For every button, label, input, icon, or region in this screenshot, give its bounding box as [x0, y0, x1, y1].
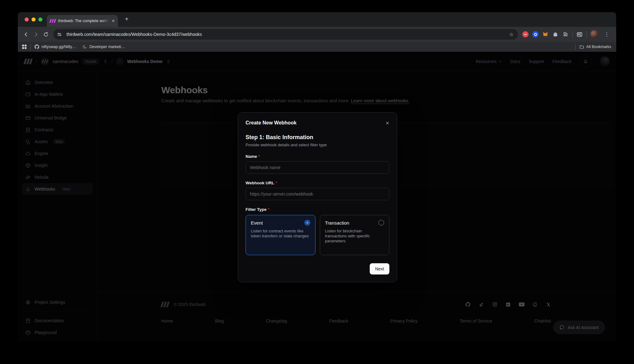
toolbar-divider	[572, 31, 573, 37]
close-window-button[interactable]	[25, 17, 29, 22]
extension-red-icon[interactable]	[522, 31, 529, 37]
filter-option-transaction[interactable]: Transaction Listen for blockchain transa…	[320, 215, 390, 255]
bookmarks-bar: niftyswap.gg/Nifty… Developer marketi… A…	[18, 42, 616, 52]
all-bookmarks-button[interactable]: All Bookmarks	[579, 45, 611, 49]
browser-toolbar: thirdweb.com/team/saminacodes/Webhooks-D…	[18, 27, 616, 42]
radio-unselected-icon[interactable]	[378, 220, 384, 226]
radio-selected-icon[interactable]	[305, 220, 310, 226]
filter-type-options: Event Listen for contract events like to…	[246, 215, 389, 255]
screen-background: thirdweb: The complete web3 ✕ + thirdweb…	[0, 0, 634, 364]
github-icon	[34, 44, 39, 49]
tab-strip: thirdweb: The complete web3 ✕ +	[18, 12, 616, 27]
side-panel-search-icon[interactable]	[576, 31, 583, 37]
browser-menu-icon[interactable]: ⋮	[602, 31, 611, 38]
toolbar-divider	[586, 31, 587, 37]
reload-icon[interactable]	[41, 29, 51, 39]
extension-blue-icon[interactable]	[532, 31, 539, 37]
modal-close-icon[interactable]: ✕	[385, 121, 389, 125]
tab-title: thirdweb: The complete web3	[58, 19, 109, 23]
required-asterisk: *	[258, 154, 260, 159]
bookmark-niftyswap[interactable]: niftyswap.gg/Nifty…	[34, 44, 76, 49]
step-subtitle: Provide webhook details and select filte…	[246, 143, 389, 147]
thirdweb-favicon	[50, 19, 56, 23]
browser-tab[interactable]: thirdweb: The complete web3 ✕	[47, 15, 118, 27]
extensions-puzzle-icon[interactable]	[562, 31, 568, 37]
bookmark-star-icon[interactable]: ☆	[509, 32, 516, 37]
extensions-row: ⋮	[520, 30, 613, 38]
webhook-name-input[interactable]	[246, 161, 389, 174]
modal-title: Create New Webhook	[246, 120, 296, 126]
browser-window: thirdweb: The complete web3 ✕ + thirdweb…	[18, 12, 616, 341]
new-tab-button[interactable]: +	[123, 15, 131, 23]
required-asterisk: *	[268, 207, 269, 212]
create-webhook-modal: Create New Webhook ✕ Step 1: Basic Infor…	[238, 112, 397, 282]
site-settings-icon[interactable]	[55, 30, 63, 38]
browser-profile-avatar[interactable]	[590, 30, 598, 38]
next-button[interactable]: Next	[370, 263, 389, 274]
filter-option-event[interactable]: Event Listen for contract events like to…	[246, 215, 315, 255]
bookmarks-divider	[30, 44, 31, 50]
url-text: thirdweb.com/team/saminacodes/Webhooks-D…	[66, 32, 506, 37]
folder-icon	[579, 45, 584, 49]
tab-close-icon[interactable]: ✕	[112, 19, 115, 23]
metamask-icon[interactable]	[542, 31, 549, 37]
macos-traffic-lights	[25, 17, 42, 22]
name-label: Name*	[246, 154, 389, 159]
url-label: Webhook URL*	[246, 181, 389, 185]
webhook-url-input[interactable]	[246, 188, 389, 200]
bookmark-developer-marketing[interactable]: Developer marketi…	[83, 45, 125, 49]
apps-grid-icon[interactable]	[22, 45, 27, 49]
filter-type-label: Filter Type*	[246, 207, 389, 212]
step-title: Step 1: Basic Information	[246, 134, 389, 141]
moon-icon	[83, 45, 87, 49]
required-asterisk: *	[276, 181, 277, 185]
forward-icon[interactable]	[31, 29, 41, 39]
zoom-window-button[interactable]	[38, 17, 42, 22]
back-icon[interactable]	[21, 29, 31, 39]
phantom-wallet-icon[interactable]	[552, 31, 558, 37]
thirdweb-dashboard: / saminacodes Growth / Webhooks Demo	[18, 52, 616, 341]
bookmarks-divider	[575, 44, 576, 50]
minimize-window-button[interactable]	[32, 17, 36, 22]
url-bar[interactable]: thirdweb.com/team/saminacodes/Webhooks-D…	[53, 29, 518, 40]
